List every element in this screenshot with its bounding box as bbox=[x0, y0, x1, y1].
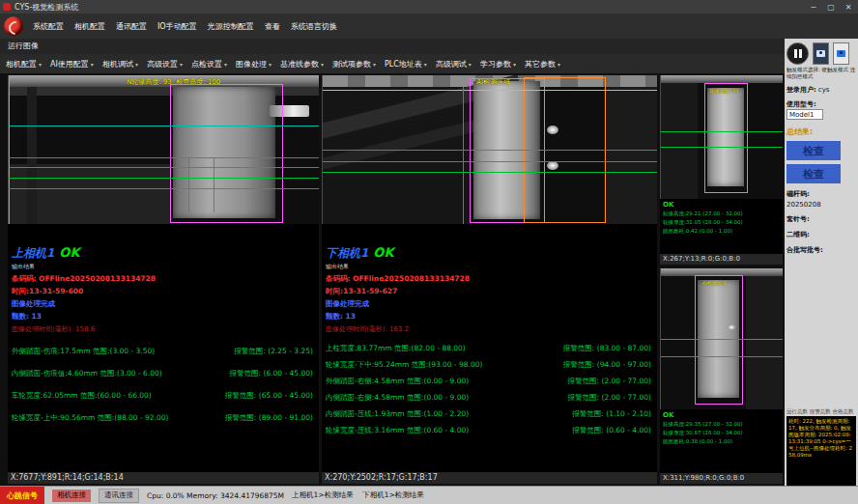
overlay-line bbox=[9, 188, 319, 189]
measurement-text: 车轮宽度:62.05mm 范围:(60.00 - 66.00) bbox=[12, 391, 152, 401]
rod-code-value: 20250208 bbox=[786, 201, 856, 209]
mini-panel-1: 轮缘高度: 93 OK 轮缘高度:29.21 (27.00 - 32.00) 轮… bbox=[660, 75, 783, 265]
alarm-range-text: 报警范围: (89.00 - 91.00) bbox=[225, 413, 313, 423]
toolbar-item-label: AI使用配置 bbox=[50, 59, 89, 70]
toolbar-item-spot-check[interactable]: 点检设置 bbox=[191, 59, 227, 70]
mini-camera-image-2[interactable]: AI检测区域 bbox=[660, 268, 783, 409]
roi-rect-magenta bbox=[704, 83, 748, 194]
status-badge: OK bbox=[59, 245, 79, 260]
toolbar-item-label: 基准线参数 bbox=[280, 59, 319, 70]
elapsed-text: 图像处理时间(毫秒): 163.2 bbox=[326, 324, 653, 334]
toolbar-item-camera-debug[interactable]: 相机调试 bbox=[102, 59, 138, 70]
mini-result-panel-1: OK 轮缘高度:29.21 (27.00 - 32.00) 轮缘厚度:31.05… bbox=[660, 199, 783, 254]
batch-no-label: 合批写批号: bbox=[786, 245, 856, 255]
measurement-row: 轮缘宽度-压线:3.16mm 范围:(0.60 - 4.00)报警范围: (0.… bbox=[326, 426, 653, 435]
close-button[interactable]: ✕ bbox=[841, 1, 856, 13]
toolbar-item-baseline-params[interactable]: 基准线参数 bbox=[280, 59, 324, 70]
timestamp-text: 时间:13-31-59-600 bbox=[12, 287, 315, 296]
comm-link-indicator: 通讯连接 bbox=[99, 489, 139, 503]
measurement-text: 踏面磨耗:0.42 (0.00 - 1.00) bbox=[663, 228, 780, 235]
overlay-line bbox=[9, 126, 319, 126]
toolbar-item-image-processing[interactable]: 图像处理 bbox=[236, 59, 272, 70]
toolbar-item-label: 学习参数 bbox=[480, 59, 511, 70]
roi-rect-magenta bbox=[170, 84, 284, 223]
toolbar-item-camera-config[interactable]: 相机配置 bbox=[6, 59, 42, 70]
timestamp-text: 时间:13-31-59-627 bbox=[326, 287, 653, 296]
pause-icon bbox=[794, 49, 797, 58]
stats-log: 耗时: 222, 触发检测周期: 17, 触发分布周期: 0, 触发图版本周期:… bbox=[786, 416, 856, 486]
machine-structure bbox=[604, 87, 657, 224]
process-status-text: 图像处理完成 bbox=[326, 299, 653, 309]
pixel-coords-mini-1: X:267;Y:13;R:0;G:0;B:0 bbox=[660, 254, 783, 265]
mini-panel-2: AI检测区域 OK 轮缘高度:29.35 (27.00 - 32.00) 轮缘厚… bbox=[660, 268, 783, 484]
trigger-mode-button[interactable] bbox=[813, 42, 829, 65]
camera-image-right[interactable]: AI检测区域 bbox=[322, 75, 657, 224]
toolbar-item-plc-address[interactable]: PLC地址表 bbox=[385, 59, 427, 70]
measurement-row: 内侧踏面-右侧:4.58mm 范围:(0.00 - 9.00)报警范围: (2.… bbox=[326, 393, 653, 403]
overlay-line bbox=[323, 90, 657, 91]
total-result-label: 总结果: bbox=[786, 126, 856, 137]
menubar: 系统配置 相机配置 通讯配置 IO手动配置 光源控制配置 查看 系统语言切换 bbox=[0, 14, 858, 39]
window-controls: ─ ▢ ✕ bbox=[806, 1, 856, 13]
measurement-text: 内侧踏面-伤痕值:4.60mm 范围:(3.00 - 6.00) bbox=[12, 369, 162, 378]
pause-button[interactable] bbox=[786, 42, 809, 65]
machine-structure bbox=[746, 276, 783, 409]
camera-name: 上相机1 bbox=[12, 245, 54, 262]
menu-item-io-manual-config[interactable]: IO手动配置 bbox=[157, 21, 197, 32]
measurement-text: 轮缘厚度:31.05 (28.00 - 34.00) bbox=[663, 219, 780, 226]
toolbar-item-learning-params[interactable]: 学习参数 bbox=[480, 59, 516, 70]
camera-panel-left: N轮缘高度: 93; 检查高度: 100 上相机1 OK 输出结果 条码码: O… bbox=[8, 75, 319, 484]
camera-name: 下相机1 bbox=[326, 245, 368, 262]
camera-image-left[interactable]: N轮缘高度: 93; 检查高度: 100 bbox=[8, 75, 319, 224]
model-select[interactable]: Model1 bbox=[786, 109, 823, 120]
window-title: CYS-视觉检测系统 bbox=[14, 2, 806, 13]
toolbar-item-ai-config[interactable]: AI使用配置 bbox=[50, 59, 94, 70]
maximize-button[interactable]: ▢ bbox=[823, 1, 839, 13]
toolbar-item-label: 相机配置 bbox=[6, 59, 37, 70]
alarm-range-text: 报警范围: (83.00 - 87.00) bbox=[563, 344, 651, 353]
menu-item-comm-config[interactable]: 通讯配置 bbox=[116, 21, 147, 32]
result-title: 下相机1 OK bbox=[326, 245, 653, 262]
result-box-2: 检查 bbox=[786, 164, 841, 183]
measurement-text: 轮缘宽度-压线:3.16mm 范围:(0.60 - 4.00) bbox=[326, 426, 469, 435]
mini-preview-column: 轮缘高度: 93 OK 轮缘高度:29.21 (27.00 - 32.00) 轮… bbox=[660, 75, 783, 484]
overlay-line bbox=[9, 167, 319, 168]
measurement-text: 内侧踏面-压线:1.93mm 范围:(1.00 - 2.20) bbox=[326, 409, 469, 419]
model-label: 使用型号: bbox=[786, 99, 816, 109]
toolbar-item-label: 其它参数 bbox=[525, 59, 556, 70]
measurement-row: 轮缘宽度-上中:90.56mm 范围:(88.00 - 92.00)报警范围: … bbox=[12, 413, 315, 423]
app-icon bbox=[3, 3, 11, 11]
tab-row: 运行图像 bbox=[0, 39, 785, 54]
measurement-text: 轮缘宽度-下中:95.24mm 范围:(93.00 - 98.00) bbox=[326, 360, 483, 370]
overlay-label: AI检测区域 bbox=[702, 280, 727, 286]
status-badge: OK bbox=[663, 411, 780, 419]
menu-item-language-switch[interactable]: 系统语言切换 bbox=[291, 21, 337, 32]
toolbar-item-advanced-settings[interactable]: 高级设置 bbox=[147, 59, 183, 70]
continuous-mode-button[interactable] bbox=[833, 42, 849, 65]
menu-item-light-control-config[interactable]: 光源控制配置 bbox=[208, 21, 254, 32]
camera-results-text: 上相机1>检测结果 下相机1>检测结果 bbox=[292, 487, 424, 504]
needle-no-label: 套针号: bbox=[786, 214, 856, 224]
heartbeat-indicator[interactable]: 心跳信号 bbox=[0, 487, 44, 504]
toolbar-item-label: PLC地址表 bbox=[385, 59, 422, 70]
toolbar-item-advanced-debug[interactable]: 高级调试 bbox=[436, 59, 472, 70]
minimize-button[interactable]: ─ bbox=[806, 1, 821, 13]
menu-item-view[interactable]: 查看 bbox=[265, 21, 280, 32]
alarm-range-text: 报警范围: (0.60 - 4.00) bbox=[572, 426, 651, 435]
mini-camera-image-1[interactable]: 轮缘高度: 93 bbox=[660, 75, 783, 199]
toolbar-item-other-params[interactable]: 其它参数 bbox=[525, 59, 560, 70]
overlay-line bbox=[9, 178, 319, 179]
login-user-value: cys bbox=[818, 86, 830, 94]
overlay-line bbox=[661, 339, 783, 340]
capture-buttons bbox=[786, 41, 856, 66]
alarm-range-text: 报警范围: (94.00 - 97.00) bbox=[563, 360, 651, 370]
tab-run-image[interactable]: 运行图像 bbox=[0, 39, 46, 55]
menu-item-system-config[interactable]: 系统配置 bbox=[33, 21, 64, 32]
toolbar-item-test-params[interactable]: 测试项参数 bbox=[332, 59, 376, 70]
alarm-range-text: 报警范围: (2.00 - 77.00) bbox=[568, 377, 651, 386]
result-title: 上相机1 OK bbox=[12, 245, 315, 262]
menu-item-camera-config[interactable]: 相机配置 bbox=[74, 21, 105, 32]
measurement-text: 上柱宽度:83.77mm 范围:(82.00 - 88.00) bbox=[326, 344, 466, 353]
overlay-line bbox=[323, 172, 657, 173]
camera-link-indicator: 相机连接 bbox=[52, 490, 91, 502]
